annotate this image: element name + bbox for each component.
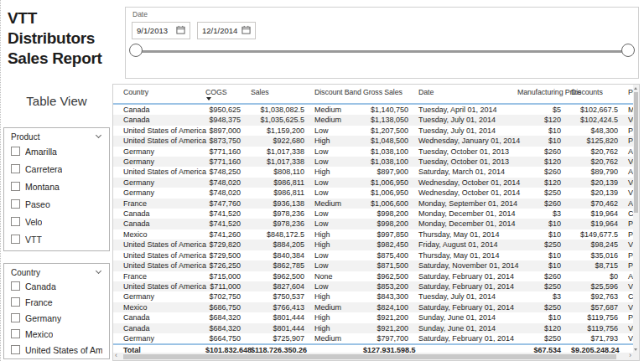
cell-gross-sales: $1,006,950 [358,178,413,188]
calendar-icon[interactable] [242,25,251,36]
checkbox-icon[interactable] [11,313,20,322]
cell-product: Paseo [623,229,633,240]
filter-item-velo[interactable]: Velo [4,213,109,230]
cell-cogs: $684,320 [200,323,246,333]
table-row[interactable]: United States of America$873,750$922,680… [113,136,633,146]
table-row[interactable]: Germany$771,160$1,017,338Low$1,038,100Tu… [113,147,633,157]
filter-item-amarilla[interactable]: Amarilla [4,142,109,160]
table-row[interactable]: Germany$748,020$986,811Low$1,006,950Wedn… [113,188,633,198]
checkbox-icon[interactable] [11,147,20,156]
cell-country: United States of America [113,240,200,250]
cell-discount-band: Low [309,219,358,229]
table-row[interactable]: France$715,000$962,500None$962,500Saturd… [113,271,633,281]
table-row[interactable]: Canada$684,320$801,444High$921,200Sunday… [113,323,633,333]
filter-item-vtt[interactable]: VTT [4,230,109,248]
column-header-discounts[interactable]: Discounts [566,85,623,104]
end-date-input[interactable]: 12/1/2014 [197,22,256,39]
calendar-icon[interactable] [176,25,185,36]
table-row[interactable]: France$747,760$936,138Medium$1,006,600Mo… [113,199,633,209]
table-row[interactable]: United States of America$711,000$827,604… [113,281,633,291]
checkbox-icon[interactable] [11,281,20,291]
cell-country: Germany [113,333,200,344]
checkbox-icon[interactable] [11,297,20,307]
table-row[interactable]: United States of America$897,000$1,159,2… [113,126,633,136]
column-header-manufacturing-price[interactable]: Manufacturing Price [512,85,566,104]
column-header-discount-band[interactable]: Discount Band [309,85,358,104]
table-row[interactable]: United States of America$729,820$884,205… [113,240,633,250]
column-header-sales[interactable]: Sales [246,85,309,104]
table-row[interactable]: Germany$771,160$1,017,338Low$1,038,100Tu… [113,157,633,167]
table-row[interactable]: Canada$950,625$1,038,082.5Medium$1,140,7… [113,104,633,115]
filter-item-united-states-of-america[interactable]: United States of America [4,342,109,358]
cell-date: Wednesday, January 01, 2014 [413,136,512,146]
column-header-label: Country [123,88,148,96]
checkbox-icon[interactable] [11,164,20,173]
horizontal-scrollbar[interactable]: ‹ › [113,353,633,360]
total-cell-discount-band [309,344,358,353]
cell-discount-band: High [309,323,358,333]
cell-discount-band: High [309,229,358,240]
cell-cogs: $684,320 [200,312,246,322]
cell-discounts: $20,762 [566,157,623,167]
vertical-scrollbar[interactable] [633,85,639,353]
table-row[interactable]: Germany$748,020$986,811Low$1,006,950Wedn… [113,178,633,188]
cell-product: Paseo [623,260,633,271]
chevron-down-icon[interactable] [96,132,101,138]
filter-item-france[interactable]: France [4,294,109,310]
column-header-country[interactable]: Country [113,85,200,104]
country-filter-header[interactable]: Country [4,264,109,278]
checkbox-icon[interactable] [11,199,20,209]
checkbox-icon[interactable] [11,345,20,354]
table-row[interactable]: Germany$664,750$725,907Medium$797,700Sat… [113,333,633,344]
cell-manufacturing-price: $10 [512,229,566,240]
table-row[interactable]: Canada$684,320$801,444High$921,200Sunday… [113,312,633,322]
column-header-product[interactable]: Product [623,85,633,104]
date-range-slider-handle-start[interactable] [129,44,143,57]
checkbox-icon[interactable] [11,329,20,338]
cell-product: Carretera [623,209,633,219]
filter-item-carretera[interactable]: Carretera [4,160,109,178]
table-row[interactable]: Mexico$741,260$848,172.5High$997,850Thur… [113,229,633,240]
table-row[interactable]: United States of America$748,250$808,110… [113,167,633,177]
table-row[interactable]: Canada$741,520$978,236Low$998,200Monday,… [113,209,633,219]
filter-item-paseo[interactable]: Paseo [4,195,109,213]
cell-discount-band: High [309,240,358,250]
chevron-down-icon[interactable] [96,268,101,274]
checkbox-icon[interactable] [11,182,20,191]
column-header-gross-sales[interactable]: Gross Sales [358,85,413,104]
scroll-up-icon[interactable] [634,87,637,90]
cell-sales: $808,110 [246,167,309,177]
scroll-right-icon[interactable]: › [629,352,631,359]
checkbox-icon[interactable] [11,217,20,226]
report-title-line: Sales Report [8,49,113,69]
table-row[interactable]: Canada$948,375$1,035,625.5Medium$1,138,0… [113,115,633,125]
vertical-scrollbar-thumb[interactable] [634,92,638,213]
table-row[interactable]: United States of America$726,250$862,785… [113,260,633,271]
filter-item-canada[interactable]: Canada [4,278,109,294]
checkbox-icon[interactable] [11,235,20,244]
table-row[interactable]: Germany$702,750$750,537High$843,300Tuesd… [113,291,633,302]
horizontal-scrollbar-thumb[interactable] [123,354,616,359]
filter-item-mexico[interactable]: Mexico [4,326,109,342]
filter-item-germany[interactable]: Germany [4,310,109,326]
product-filter-header[interactable]: Product [4,128,109,142]
cell-date: Monday, December 01, 2014 [413,209,512,219]
scroll-left-icon[interactable]: ‹ [115,352,117,359]
date-range-slider-handle-end[interactable] [621,44,635,57]
column-header-date[interactable]: Date [413,85,512,104]
cell-discount-band: Low [309,281,358,291]
table-row[interactable]: Mexico$686,750$766,413Medium$824,100Satu… [113,302,633,312]
cell-country: United States of America [113,167,200,177]
cell-discount-band: Low [309,188,358,198]
cell-discount-band: Medium [309,199,358,209]
start-date-input[interactable]: 9/1/2013 [132,22,190,39]
cell-sales: $801,444 [246,323,309,333]
cell-discounts: $57,687 [566,302,623,312]
filter-item-montana[interactable]: Montana [4,178,109,195]
table-row[interactable]: United States of America$729,500$840,384… [113,250,633,260]
scroll-down-icon[interactable] [634,348,637,351]
cell-cogs: $948,375 [200,115,246,125]
scrollbar-corner [633,353,639,360]
table-row[interactable]: Canada$741,520$978,236Low$998,200Monday,… [113,219,633,229]
column-header-cogs[interactable]: COGS [200,85,246,104]
